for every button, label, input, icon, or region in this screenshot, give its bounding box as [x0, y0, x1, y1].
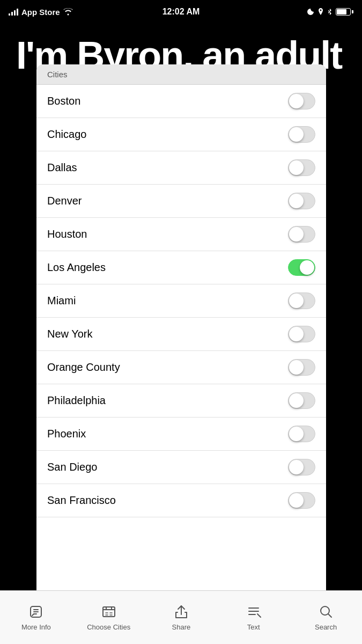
city-row: Orange County	[36, 351, 326, 384]
text-icon	[246, 604, 262, 620]
city-name: Denver	[47, 195, 82, 207]
status-right	[307, 8, 353, 16]
city-row: Phoenix	[36, 418, 326, 451]
city-row: New York	[36, 318, 326, 351]
city-toggle[interactable]	[288, 259, 315, 276]
tab-choose-cities[interactable]: Choose Cities	[87, 604, 130, 631]
choose-cities-icon	[101, 604, 117, 620]
city-name: Philadelphia	[47, 394, 106, 407]
city-name: Phoenix	[47, 428, 86, 440]
city-name: Orange County	[47, 361, 120, 374]
tab-share-label: Share	[172, 623, 191, 631]
city-row: Houston	[36, 218, 326, 251]
city-toggle[interactable]	[288, 126, 315, 143]
city-toggle[interactable]	[288, 292, 315, 309]
battery-indicator	[336, 8, 353, 16]
svg-rect-1	[103, 607, 115, 617]
city-row: Philadelphia	[36, 384, 326, 418]
location-icon	[317, 8, 324, 16]
city-row: Dallas	[36, 151, 326, 185]
tab-bar: More Info Choose Cities Share Text	[0, 590, 362, 644]
city-name: Houston	[47, 228, 87, 240]
bluetooth-icon	[327, 8, 333, 16]
city-toggle[interactable]	[288, 392, 315, 409]
city-name: Boston	[47, 95, 80, 107]
search-icon	[318, 604, 334, 620]
city-toggle[interactable]	[288, 159, 315, 176]
cities-sheet: Cities BostonChicagoDallasDenverHoustonL…	[36, 64, 326, 590]
tab-more-info-label: More Info	[21, 623, 51, 631]
tab-share[interactable]: Share	[160, 604, 203, 631]
carrier-label: App Store	[21, 8, 60, 17]
city-list: BostonChicagoDallasDenverHoustonLos Ange…	[36, 85, 326, 590]
city-row: San Francisco	[36, 484, 326, 517]
city-row: Miami	[36, 284, 326, 318]
status-bar: App Store 12:02 AM	[0, 0, 362, 24]
city-name: Chicago	[47, 128, 86, 141]
tab-text-label: Text	[247, 623, 260, 631]
city-toggle[interactable]	[288, 426, 315, 442]
city-name: Dallas	[47, 162, 77, 174]
city-toggle[interactable]	[288, 459, 315, 475]
tab-search-label: Search	[315, 623, 337, 631]
city-row: San Diego	[36, 451, 326, 484]
moon-icon	[307, 8, 314, 16]
city-name: Miami	[47, 295, 76, 307]
city-name: Los Angeles	[47, 261, 106, 274]
city-toggle[interactable]	[288, 226, 315, 243]
city-name: San Francisco	[47, 494, 116, 507]
status-time: 12:02 AM	[162, 7, 200, 17]
city-toggle[interactable]	[288, 93, 315, 109]
share-icon	[173, 604, 189, 620]
city-name: San Diego	[47, 461, 97, 473]
city-row: Boston	[36, 85, 326, 118]
tab-choose-cities-label: Choose Cities	[87, 623, 130, 631]
tab-search[interactable]: Search	[305, 604, 348, 631]
wifi-icon	[63, 8, 73, 16]
signal-bars-icon	[9, 8, 18, 16]
city-name: New York	[47, 328, 93, 340]
city-toggle[interactable]	[288, 326, 315, 342]
tab-more-info[interactable]: More Info	[14, 604, 57, 631]
tab-text[interactable]: Text	[232, 604, 275, 631]
city-toggle[interactable]	[288, 193, 315, 209]
city-row: Chicago	[36, 118, 326, 151]
more-info-icon	[28, 604, 44, 620]
status-left: App Store	[9, 8, 73, 17]
city-row: Los Angeles	[36, 251, 326, 284]
section-header: Cities	[36, 64, 326, 85]
city-row: Denver	[36, 185, 326, 218]
city-toggle[interactable]	[288, 492, 315, 509]
city-toggle[interactable]	[288, 359, 315, 376]
